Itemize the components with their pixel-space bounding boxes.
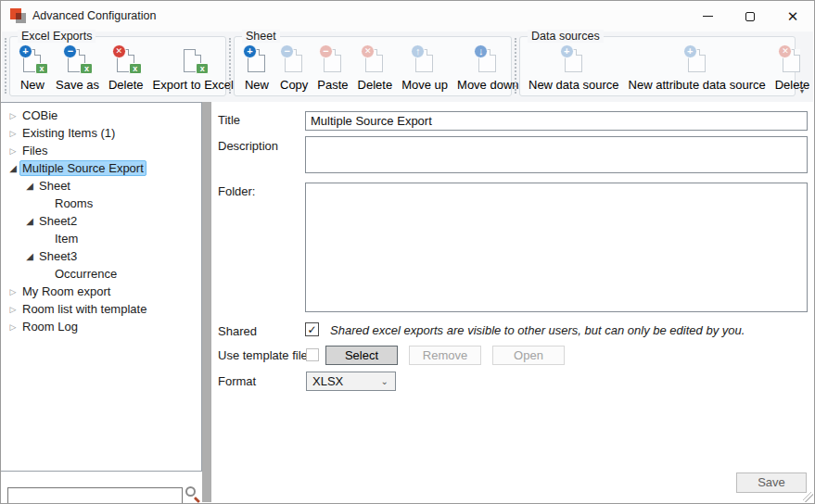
shared-checkbox[interactable]: ✓: [305, 322, 319, 336]
document-arrow-down-icon: ↓: [474, 46, 502, 75]
sheet-new-button[interactable]: + New: [238, 44, 275, 92]
check-icon: ✓: [307, 323, 316, 336]
group-title: Data sources: [528, 30, 604, 43]
tree-item-multiple-source-export[interactable]: ◢ Multiple Source Export: [1, 159, 201, 177]
tree-item-cobie[interactable]: ▷ COBie: [1, 107, 201, 124]
titlebar: Advanced Configuration ✕: [1, 1, 814, 32]
minimize-button[interactable]: [686, 1, 729, 32]
advanced-configuration-window: Advanced Configuration ✕ Excel Exports +…: [0, 0, 815, 504]
expander-icon[interactable]: ◢: [23, 216, 36, 226]
tree-item-occurrence[interactable]: Occurrence: [1, 265, 201, 283]
expander-icon[interactable]: ▷: [6, 146, 19, 156]
app-icon: [10, 8, 26, 24]
title-input[interactable]: [305, 111, 808, 131]
tree-item-room-log[interactable]: ▷ Room Log: [1, 318, 201, 335]
format-label: Format: [218, 374, 256, 388]
document-minus-excel-icon: −x: [63, 46, 91, 75]
toolbar-gripper[interactable]: [229, 38, 232, 94]
title-label: Title: [218, 113, 240, 127]
select-template-button[interactable]: Select: [325, 346, 398, 365]
shared-note: Shared excel exports are visible to othe…: [330, 323, 745, 337]
tree-item-files[interactable]: ▷ Files: [1, 142, 201, 159]
shared-label: Shared: [218, 324, 257, 338]
document-arrow-up-icon: ↑: [411, 46, 439, 75]
excel-exports-save-as-button[interactable]: −x Save as: [51, 44, 104, 92]
document-minus-icon: −: [280, 46, 308, 75]
new-attribute-data-source-button[interactable]: + New attribute data source: [624, 44, 770, 92]
tree-item-rooms[interactable]: Rooms: [1, 195, 201, 212]
close-icon: ✕: [787, 8, 799, 25]
folder-input[interactable]: [305, 183, 808, 312]
toolbar-group-sheet: Sheet + New − Copy −: [234, 36, 512, 96]
folder-label: Folder:: [218, 184, 255, 198]
toolbar-group-data-sources: Data sources + New data source + New att…: [519, 36, 796, 96]
document-plus-icon: +: [560, 46, 588, 75]
panel-splitter[interactable]: [202, 102, 211, 502]
sheet-move-down-button[interactable]: ↓ Move down: [452, 44, 523, 92]
expander-icon[interactable]: ▷: [6, 287, 19, 296]
search-icon[interactable]: [184, 485, 202, 503]
remove-template-button[interactable]: Remove: [409, 346, 481, 365]
toolbar-overflow-button[interactable]: ▾: [796, 87, 808, 94]
document-plus-excel-icon: +x: [19, 46, 46, 75]
expander-icon[interactable]: ◢: [6, 163, 19, 173]
description-input[interactable]: [305, 136, 808, 173]
expander-icon[interactable]: ◢: [23, 181, 36, 191]
document-cross-icon: ✕: [778, 46, 806, 75]
excel-exports-new-button[interactable]: +x New: [14, 44, 51, 92]
tree-item-sheet3[interactable]: ◢ Sheet3: [1, 247, 201, 265]
group-title: Excel Exports: [18, 30, 96, 43]
document-plus-icon: +: [243, 46, 271, 75]
toolbar: Excel Exports +x New −x Save as ✕x: [2, 32, 813, 102]
chevron-down-icon: ▾: [796, 88, 808, 94]
document-cross-icon: ✕: [361, 46, 388, 75]
expander-icon[interactable]: ▷: [6, 322, 19, 332]
expander-icon[interactable]: ▷: [6, 111, 19, 120]
format-value: XLSX: [312, 374, 343, 388]
data-source-delete-button[interactable]: ✕ Delete: [770, 44, 815, 92]
tree-item-existing-items[interactable]: ▷ Existing Items (1): [1, 124, 201, 142]
toolbar-gripper[interactable]: [5, 38, 7, 94]
expander-icon[interactable]: ▷: [6, 305, 19, 314]
sheet-paste-button[interactable]: − Paste: [312, 44, 352, 92]
use-template-file-label: Use template file: [218, 348, 308, 362]
tree-item-sheet[interactable]: ◢ Sheet: [1, 177, 201, 195]
expander-icon[interactable]: ▷: [6, 129, 19, 138]
excel-exports-delete-button[interactable]: ✕x Delete: [104, 44, 148, 92]
tree-item-my-room-export[interactable]: ▷ My Room export: [1, 283, 201, 300]
toolbar-gripper[interactable]: [515, 38, 517, 94]
document-plus-icon: +: [683, 46, 711, 75]
chevron-down-icon: ⌄: [381, 373, 388, 389]
export-details-form: Title Description Folder: Shared ✓ Share…: [211, 102, 813, 502]
description-label: Description: [218, 139, 278, 153]
tree-item-item[interactable]: Item: [1, 230, 201, 247]
tree-item-sheet2[interactable]: ◢ Sheet2: [1, 212, 201, 230]
maximize-icon: [745, 12, 755, 21]
export-tree: ▷ COBie ▷ Existing Items (1) ▷ Files ◢ M…: [1, 102, 202, 472]
save-button[interactable]: Save: [736, 472, 807, 493]
new-data-source-button[interactable]: + New data source: [524, 44, 624, 92]
open-template-button[interactable]: Open: [492, 346, 565, 365]
expander-icon[interactable]: ◢: [23, 251, 36, 261]
sheet-delete-button[interactable]: ✕ Delete: [353, 44, 398, 92]
document-minus-icon: −: [319, 46, 347, 75]
document-cross-excel-icon: ✕x: [112, 46, 140, 75]
toolbar-group-excel-exports: Excel Exports +x New −x Save as ✕x: [9, 36, 226, 96]
export-to-excel-button[interactable]: x Export to Excel: [148, 44, 238, 92]
document-excel-icon: x: [179, 46, 207, 75]
window-title: Advanced Configuration: [32, 1, 156, 32]
sheet-copy-button[interactable]: − Copy: [275, 44, 312, 92]
tree-search-input[interactable]: [7, 487, 183, 504]
sheet-move-up-button[interactable]: ↑ Move up: [397, 44, 452, 92]
minimize-icon: [703, 16, 713, 17]
window-resize-grip[interactable]: [803, 492, 813, 502]
group-title: Sheet: [242, 30, 280, 43]
tree-item-room-list-with-template[interactable]: ▷ Room list with template: [1, 300, 201, 318]
close-button[interactable]: ✕: [771, 1, 814, 32]
maximize-button[interactable]: [729, 1, 771, 32]
format-dropdown[interactable]: XLSX ⌄: [306, 372, 396, 391]
use-template-file-checkbox[interactable]: [306, 348, 319, 361]
